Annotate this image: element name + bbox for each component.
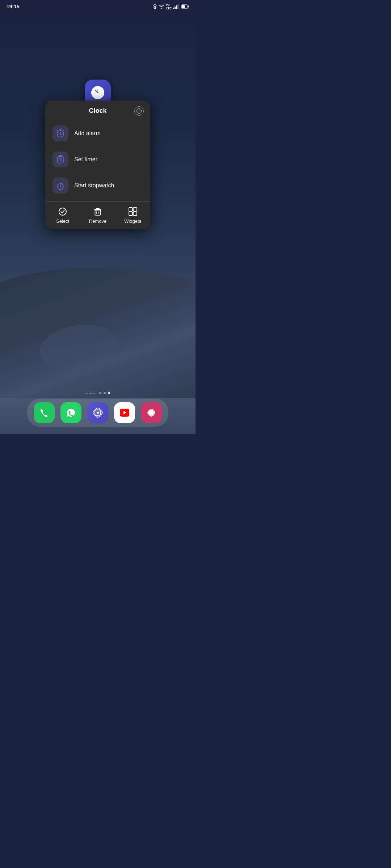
- svg-rect-22: [133, 212, 137, 216]
- svg-point-36: [150, 411, 153, 414]
- page-lines-indicator: [85, 393, 96, 393]
- signal-icon: [173, 4, 180, 9]
- svg-rect-20: [133, 208, 137, 211]
- svg-rect-21: [129, 212, 133, 216]
- flower-icon: [146, 407, 157, 418]
- svg-text:i: i: [139, 110, 140, 113]
- info-icon: i: [136, 109, 142, 114]
- page-line-2: [89, 393, 92, 393]
- alarm-icon-wrap: [52, 125, 68, 141]
- add-alarm-item[interactable]: Add alarm: [45, 120, 150, 146]
- volte-icon: VoLTE: [166, 3, 172, 10]
- svg-rect-0: [173, 8, 174, 9]
- status-bar: 19:15 VoLTE: [0, 0, 196, 13]
- svg-rect-1: [175, 7, 176, 9]
- widgets-label: Widgets: [124, 218, 141, 224]
- start-stopwatch-item[interactable]: Start stopwatch: [45, 173, 150, 199]
- widgets-icon: [128, 207, 138, 216]
- set-timer-label: Set timer: [74, 156, 97, 163]
- svg-rect-5: [188, 6, 189, 8]
- svg-rect-2: [176, 5, 177, 9]
- page-dot-1: [99, 392, 101, 394]
- context-menu: Clock i Add alarm: [45, 101, 150, 229]
- clock-face-icon: [90, 85, 105, 100]
- status-icons: VoLTE: [153, 3, 189, 10]
- alarm-icon: [56, 129, 65, 138]
- stopwatch-icon: [56, 181, 65, 190]
- page-line-1: [85, 393, 88, 393]
- dock-youtube[interactable]: [114, 402, 135, 423]
- select-label: Select: [56, 218, 69, 224]
- svg-point-27: [97, 412, 99, 414]
- page-dot-3-active: [108, 392, 110, 394]
- context-menu-header: Clock i: [45, 101, 150, 119]
- page-dot-2: [104, 392, 106, 394]
- remove-action[interactable]: Remove: [80, 202, 115, 229]
- status-time: 19:15: [7, 4, 20, 9]
- youtube-icon: [119, 408, 130, 417]
- trash-icon: [93, 207, 102, 216]
- timer-icon-wrap: [52, 152, 68, 167]
- phone-icon: [39, 407, 50, 418]
- select-action[interactable]: Select: [45, 202, 80, 229]
- context-menu-items: Add alarm Set timer: [45, 119, 150, 201]
- dock-phone[interactable]: [34, 402, 55, 423]
- stopwatch-icon-wrap: [52, 178, 68, 193]
- whatsapp-icon: [65, 407, 77, 419]
- timer-icon: [56, 155, 65, 164]
- widgets-action[interactable]: Widgets: [115, 202, 150, 229]
- context-menu-title: Clock: [89, 107, 106, 115]
- dock-whatsapp[interactable]: [60, 402, 81, 423]
- remove-label: Remove: [89, 218, 106, 224]
- bluetooth-icon: [153, 4, 157, 9]
- svg-rect-16: [95, 210, 101, 215]
- context-menu-actions: Select Remove Widgets: [45, 201, 150, 229]
- browser-icon: [92, 407, 104, 419]
- add-alarm-label: Add alarm: [74, 130, 101, 137]
- svg-rect-6: [182, 5, 185, 8]
- page-indicators: [85, 392, 110, 394]
- dune-area: [0, 268, 196, 398]
- battery-icon: [181, 4, 189, 9]
- dock-browser[interactable]: [87, 402, 108, 423]
- svg-point-8: [97, 92, 98, 93]
- start-stopwatch-label: Start stopwatch: [74, 182, 114, 189]
- select-icon: [58, 207, 67, 216]
- info-button[interactable]: i: [134, 106, 144, 116]
- dock: [27, 399, 168, 427]
- svg-rect-19: [129, 208, 133, 211]
- dock-flower[interactable]: [141, 402, 162, 423]
- svg-rect-3: [177, 4, 178, 9]
- page-line-3: [93, 393, 96, 393]
- svg-point-15: [59, 208, 66, 215]
- wifi-icon: [159, 4, 164, 9]
- set-timer-item[interactable]: Set timer: [45, 146, 150, 173]
